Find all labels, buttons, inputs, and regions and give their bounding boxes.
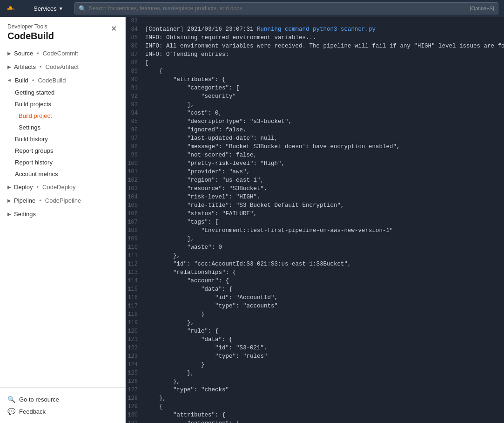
sidebar-item-report-groups[interactable]: Report groups xyxy=(0,145,125,157)
build-children: Getting started Build projects Build pro… xyxy=(0,87,125,180)
settings-top-label: Settings xyxy=(14,211,36,218)
chevron-right-icon: ▶ xyxy=(7,64,11,69)
build-sub-label: CodeBuild xyxy=(38,77,66,84)
sidebar-bottom: 🔍 Go to resource 💬 Feedback xyxy=(0,387,125,423)
code-line-118: 118 } xyxy=(126,310,504,319)
search-input[interactable] xyxy=(89,5,467,12)
code-line-104: 104 "risk-level": "HIGH", xyxy=(126,193,504,201)
sidebar-item-build-project[interactable]: Build project xyxy=(0,110,125,122)
code-line-131: 131 "categories": [ xyxy=(126,419,504,423)
sidebar-item-build-history[interactable]: Build history xyxy=(0,133,125,145)
chevron-right-icon: ▶ xyxy=(7,184,11,190)
code-line-127: 127 "type": "checks" xyxy=(126,386,504,394)
code-line-87: 87 INFO: Offending entries: xyxy=(126,50,504,59)
code-block: 83 84 [Container] 2021/03/16 23:07:31 Ru… xyxy=(126,17,504,423)
sidebar-item-report-history[interactable]: Report history xyxy=(0,157,125,168)
feedback-icon: 💬 xyxy=(7,408,15,415)
code-line-115: 115 "data": { xyxy=(126,285,504,293)
aws-logo: aws xyxy=(6,3,22,14)
sidebar-item-source[interactable]: ▶ Source • CodeCommit xyxy=(0,47,125,60)
code-line-86: 86 INFO: All environment variables were … xyxy=(126,42,504,50)
sidebar-item-getting-started[interactable]: Getting started xyxy=(0,87,125,98)
chevron-right-icon: ▶ xyxy=(7,51,11,56)
code-line-99: 99 "not-scored": false, xyxy=(126,151,504,159)
code-line-105: 105 "rule-title": "S3 Bucket Default Enc… xyxy=(126,201,504,210)
services-menu-button[interactable]: Services ▼ xyxy=(30,3,67,14)
code-line-119: 119 }, xyxy=(126,319,504,327)
feedback-button[interactable]: 💬 Feedback xyxy=(7,405,118,417)
code-line-125: 125 }, xyxy=(126,369,504,377)
code-line-107: 107 "tags": [ xyxy=(126,218,504,226)
code-line-112: 112 "id": "ccc:AccountId:S3-021:S3:us-ea… xyxy=(126,260,504,268)
feedback-label: Feedback xyxy=(19,408,46,415)
code-line-116: 116 "id": "AccountId", xyxy=(126,293,504,302)
code-line-91: 91 "categories": [ xyxy=(126,84,504,92)
code-line-106: 106 "status": "FAILURE", xyxy=(126,210,504,218)
code-line-117: 117 "type": "accounts" xyxy=(126,302,504,310)
code-line-114: 114 "account": { xyxy=(126,277,504,285)
code-line-93: 93 ], xyxy=(126,101,504,109)
code-line-122: 122 "id": "S3-021", xyxy=(126,344,504,352)
sidebar-item-build-projects[interactable]: Build projects xyxy=(0,98,125,110)
code-line-128: 128 }, xyxy=(126,394,504,403)
code-line-88: 88 [ xyxy=(126,59,504,67)
go-to-resource-label: Go to resource xyxy=(19,396,59,403)
main-layout: Developer Tools CodeBuild ✕ ▶ Source • C… xyxy=(0,17,504,423)
code-line-90: 90 "attributes": { xyxy=(126,75,504,84)
sidebar-item-settings[interactable]: Settings xyxy=(0,122,125,133)
code-line-120: 120 "rule": { xyxy=(126,327,504,335)
sidebar-title: CodeBuild xyxy=(7,31,54,41)
svg-text:aws: aws xyxy=(7,7,14,11)
sidebar-item-account-metrics[interactable]: Account metrics xyxy=(0,168,125,180)
sidebar-nav: ▶ Source • CodeCommit ▶ Artifacts • Code… xyxy=(0,43,125,387)
code-line-85: 85 INFO: Obtaining required environment … xyxy=(126,34,504,42)
code-line-108: 108 "Environment::test-first-pipeline-on… xyxy=(126,226,504,235)
search-shortcut: [Option+S] xyxy=(470,6,494,11)
services-label: Services xyxy=(34,5,57,12)
code-line-102: 102 "region": "us-east-1", xyxy=(126,176,504,184)
sidebar-item-deploy[interactable]: ▶ Deploy • CodeDeploy xyxy=(0,181,125,193)
code-line-111: 111 }, xyxy=(126,252,504,260)
go-to-resource-button[interactable]: 🔍 Go to resource xyxy=(7,393,118,405)
build-label: Build xyxy=(15,77,28,84)
code-line-101: 101 "provider": "aws", xyxy=(126,168,504,176)
search-icon: 🔍 xyxy=(79,5,86,12)
nav-section-pipeline: ▶ Pipeline • CodePipeline xyxy=(0,194,125,207)
chevron-down-icon: ▼ xyxy=(59,6,63,11)
code-output-panel: 83 84 [Container] 2021/03/16 23:07:31 Ru… xyxy=(126,17,504,423)
global-search-bar[interactable]: 🔍 [Option+S] xyxy=(74,2,498,14)
code-line-130: 130 "attributes": { xyxy=(126,411,504,419)
sidebar: Developer Tools CodeBuild ✕ ▶ Source • C… xyxy=(0,17,126,423)
pipeline-label: Pipeline xyxy=(14,197,35,204)
search-icon: 🔍 xyxy=(7,396,15,403)
code-line-97: 97 "last-updated-date": null, xyxy=(126,134,504,143)
code-line-89: 89 { xyxy=(126,67,504,75)
code-line-100: 100 "pretty-risk-level": "High", xyxy=(126,159,504,168)
deploy-label: Deploy xyxy=(14,184,33,191)
chevron-down-icon: ▼ xyxy=(7,78,12,83)
chevron-right-icon: ▶ xyxy=(7,198,11,203)
source-label: Source xyxy=(14,50,33,57)
sidebar-item-pipeline[interactable]: ▶ Pipeline • CodePipeline xyxy=(0,194,125,207)
artifacts-label: Artifacts xyxy=(14,63,36,70)
code-line-83: 83 xyxy=(126,17,504,25)
nav-section-settings-top: ▶ Settings xyxy=(0,208,125,220)
sidebar-item-build[interactable]: ▼ Build • CodeBuild xyxy=(0,74,125,87)
top-navigation: aws Services ▼ 🔍 [Option+S] xyxy=(0,0,504,17)
sidebar-title-group: Developer Tools CodeBuild xyxy=(7,23,54,41)
sidebar-item-settings-top[interactable]: ▶ Settings xyxy=(0,208,125,220)
code-line-129: 129 { xyxy=(126,403,504,411)
code-line-123: 123 "type": "rules" xyxy=(126,352,504,361)
code-line-110: 110 "waste": 0 xyxy=(126,243,504,252)
sidebar-item-artifacts[interactable]: ▶ Artifacts • CodeArtifact xyxy=(0,61,125,73)
nav-section-artifacts: ▶ Artifacts • CodeArtifact xyxy=(0,61,125,73)
chevron-right-icon: ▶ xyxy=(7,212,11,217)
pipeline-sub-label: CodePipeline xyxy=(45,197,81,204)
code-line-94: 94 "cost": 0, xyxy=(126,109,504,117)
sidebar-close-button[interactable]: ✕ xyxy=(110,23,118,34)
sidebar-developer-tools: Developer Tools xyxy=(7,23,54,30)
code-line-98: 98 "message": "Bucket S3Bucket doesn't h… xyxy=(126,143,504,151)
sidebar-header: Developer Tools CodeBuild ✕ xyxy=(0,17,125,43)
code-line-121: 121 "data": { xyxy=(126,335,504,344)
nav-section-deploy: ▶ Deploy • CodeDeploy xyxy=(0,181,125,193)
